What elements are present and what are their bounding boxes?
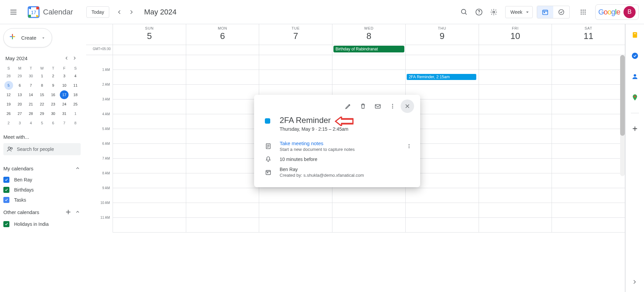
- mini-cal-next-button[interactable]: [71, 54, 79, 62]
- contacts-icon[interactable]: [628, 70, 642, 83]
- mini-cal-day[interactable]: 8: [71, 119, 80, 127]
- notes-options-button[interactable]: [404, 143, 414, 149]
- mini-cal-day[interactable]: 9: [49, 81, 57, 90]
- help-button[interactable]: [472, 5, 486, 19]
- tasks-view-button[interactable]: [553, 6, 569, 18]
- mini-cal-day[interactable]: 19: [4, 100, 13, 109]
- calendar-item[interactable]: Ben Ray: [3, 175, 81, 185]
- calendar-checkbox[interactable]: [3, 187, 9, 193]
- mini-calendar-title[interactable]: May 2024: [5, 55, 28, 61]
- allday-cell[interactable]: Birthday of Rabindranat: [332, 45, 406, 55]
- main-menu-button[interactable]: [5, 4, 22, 20]
- mini-cal-day[interactable]: 20: [15, 100, 24, 109]
- day-header[interactable]: SAT11: [552, 24, 625, 45]
- calendar-item[interactable]: Birthdays: [3, 185, 81, 195]
- mini-cal-day[interactable]: 7: [27, 81, 35, 90]
- tasks-icon[interactable]: [628, 49, 642, 62]
- calendar-item[interactable]: Holidays in India: [3, 219, 81, 229]
- mini-cal-day[interactable]: 25: [71, 100, 80, 109]
- time-column[interactable]: [479, 55, 552, 233]
- keep-icon[interactable]: [628, 28, 642, 42]
- search-button[interactable]: [457, 5, 471, 19]
- mini-cal-day[interactable]: 3: [15, 119, 24, 127]
- mini-cal-day[interactable]: 8: [38, 81, 46, 90]
- mini-cal-day[interactable]: 3: [60, 72, 69, 80]
- day-header[interactable]: FRI10: [479, 24, 552, 45]
- calendar-item[interactable]: Tasks: [3, 195, 81, 205]
- allday-cell[interactable]: [406, 45, 479, 55]
- settings-button[interactable]: [487, 5, 500, 19]
- mini-cal-day[interactable]: 27: [15, 109, 24, 118]
- mini-cal-day[interactable]: 7: [60, 119, 69, 127]
- day-header[interactable]: SUN5: [113, 24, 186, 45]
- mini-cal-day[interactable]: 28: [4, 72, 13, 80]
- mini-cal-day[interactable]: 6: [15, 81, 24, 90]
- close-popup-button[interactable]: [401, 99, 414, 113]
- allday-event[interactable]: Birthday of Rabindranat: [333, 46, 404, 52]
- prev-week-button[interactable]: [113, 6, 125, 18]
- mini-cal-day[interactable]: 5: [38, 119, 46, 127]
- calendar-checkbox[interactable]: [3, 221, 9, 227]
- mini-cal-day[interactable]: 24: [60, 100, 69, 109]
- maps-icon[interactable]: [628, 91, 642, 104]
- mini-cal-day[interactable]: 18: [71, 90, 80, 99]
- day-header[interactable]: TUE7: [259, 24, 332, 45]
- current-month-label[interactable]: May 2024: [144, 8, 177, 16]
- calendar-checkbox[interactable]: [3, 177, 9, 183]
- mini-cal-day[interactable]: 23: [49, 100, 57, 109]
- mini-cal-day[interactable]: 30: [49, 109, 57, 118]
- add-calendar-button[interactable]: [65, 208, 72, 216]
- mini-cal-day[interactable]: 29: [15, 72, 24, 80]
- grid-scrollbar[interactable]: [620, 55, 625, 176]
- time-column[interactable]: [552, 55, 625, 233]
- add-addon-button[interactable]: [628, 122, 642, 135]
- mini-cal-day[interactable]: 26: [4, 109, 13, 118]
- day-header[interactable]: WED8: [332, 24, 406, 45]
- mini-cal-day[interactable]: 28: [27, 109, 35, 118]
- today-button[interactable]: Today: [86, 6, 109, 18]
- mini-cal-day[interactable]: 6: [49, 119, 57, 127]
- collapse-panel-button[interactable]: [629, 276, 641, 288]
- calendar-checkbox[interactable]: [3, 197, 9, 203]
- mini-cal-day[interactable]: 2: [49, 72, 57, 80]
- my-calendars-toggle[interactable]: My calendars: [3, 162, 81, 175]
- email-guests-button[interactable]: [371, 99, 385, 113]
- mini-cal-prev-button[interactable]: [63, 54, 71, 62]
- create-button[interactable]: Create: [3, 28, 52, 47]
- mini-cal-day[interactable]: 1: [38, 72, 46, 80]
- mini-cal-day[interactable]: 11: [71, 81, 80, 90]
- mini-cal-day[interactable]: 21: [27, 100, 35, 109]
- mini-cal-day[interactable]: 12: [4, 90, 13, 99]
- mini-cal-day[interactable]: 1: [71, 109, 80, 118]
- day-header[interactable]: MON6: [186, 24, 259, 45]
- mini-cal-day[interactable]: 22: [38, 100, 46, 109]
- mini-cal-day[interactable]: 4: [71, 72, 80, 80]
- view-selector-dropdown[interactable]: Week: [505, 6, 533, 18]
- allday-cell[interactable]: [479, 45, 552, 55]
- mini-cal-day[interactable]: 31: [60, 109, 69, 118]
- mini-cal-day[interactable]: 30: [27, 72, 35, 80]
- mini-cal-day[interactable]: 14: [27, 90, 35, 99]
- search-people-input[interactable]: Search for people: [3, 143, 81, 155]
- delete-event-button[interactable]: [356, 99, 370, 113]
- mini-cal-day[interactable]: 15: [38, 90, 46, 99]
- time-column[interactable]: [113, 55, 186, 233]
- allday-cell[interactable]: [186, 45, 259, 55]
- take-meeting-notes-link[interactable]: Take meeting notes: [280, 140, 404, 146]
- time-column[interactable]: [186, 55, 259, 233]
- google-apps-button[interactable]: [576, 5, 590, 19]
- edit-event-button[interactable]: [341, 99, 355, 113]
- mini-cal-day[interactable]: 5: [4, 81, 13, 90]
- allday-cell[interactable]: [113, 45, 186, 55]
- mini-cal-day[interactable]: 17: [60, 90, 69, 99]
- allday-cell[interactable]: [259, 45, 332, 55]
- day-header[interactable]: THU9: [406, 24, 479, 45]
- event-options-button[interactable]: [386, 99, 399, 113]
- mini-cal-day[interactable]: 10: [60, 81, 69, 90]
- mini-cal-day[interactable]: 2: [4, 119, 13, 127]
- calendar-event[interactable]: 2FA Reminder, 2:15am: [406, 74, 477, 80]
- next-week-button[interactable]: [125, 6, 137, 18]
- mini-cal-day[interactable]: 4: [27, 119, 35, 127]
- other-calendars-toggle[interactable]: Other calendars: [3, 205, 81, 219]
- google-account-box[interactable]: Google B: [595, 4, 639, 20]
